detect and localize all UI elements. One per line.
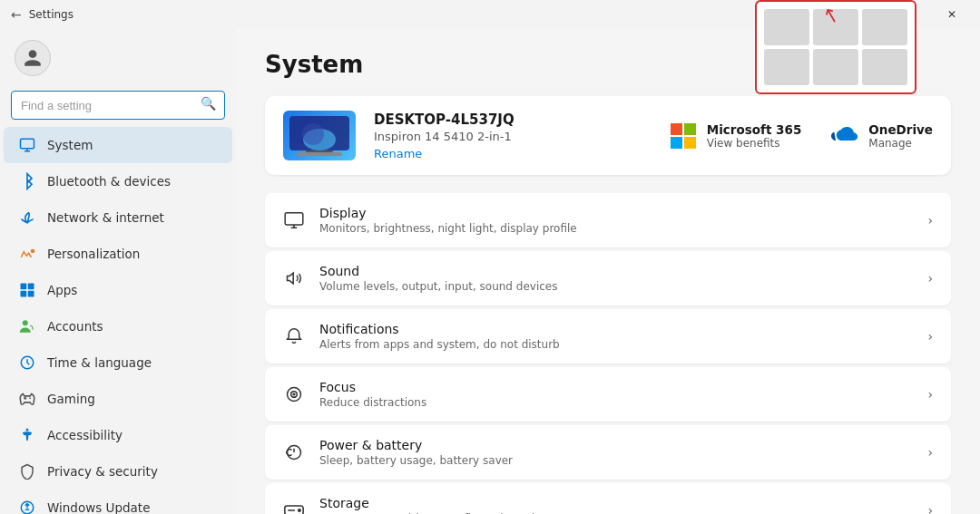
device-model: Inspiron 14 5410 2-in-1: [374, 130, 651, 143]
update-icon: [18, 499, 36, 514]
svg-point-25: [299, 509, 301, 512]
settings-item-focus[interactable]: Focus Reduce distractions ›: [265, 367, 951, 422]
sidebar-item-time[interactable]: Time & language: [4, 344, 232, 381]
settings-item-notifications[interactable]: Notifications Alerts from apps and syste…: [265, 309, 951, 364]
service-microsoft365-name: Microsoft 365: [707, 122, 802, 137]
storage-chevron: ›: [927, 503, 933, 514]
svg-rect-4: [21, 291, 27, 297]
svg-rect-0: [21, 139, 34, 149]
sidebar-item-update[interactable]: Windows Update: [4, 490, 232, 514]
sidebar-item-system-label: System: [47, 138, 93, 152]
sidebar-item-network-label: Network & internet: [47, 210, 164, 225]
notifications-icon: [283, 325, 305, 347]
sound-text: Sound Volume levels, output, input, soun…: [319, 264, 913, 293]
accounts-icon: [18, 317, 36, 335]
snap-cell-5[interactable]: [813, 49, 858, 85]
svg-rect-18: [684, 137, 696, 149]
svg-point-8: [26, 429, 29, 432]
device-services: Microsoft 365 View benefits OneDrive: [669, 121, 933, 150]
microsoft365-icon: [669, 121, 698, 150]
apps-icon: [18, 281, 36, 299]
snap-cell-3[interactable]: [862, 9, 907, 45]
sidebar: 🔍 System Bluetooth & devices: [0, 29, 236, 514]
sidebar-item-bluetooth-label: Bluetooth & devices: [47, 174, 171, 189]
sidebar-item-accessibility[interactable]: Accessibility: [4, 417, 232, 453]
service-onedrive-info: OneDrive Manage: [868, 122, 933, 150]
sidebar-item-accessibility-label: Accessibility: [47, 428, 122, 442]
display-chevron: ›: [927, 213, 933, 228]
device-thumbnail: [283, 111, 356, 160]
sidebar-item-gaming-label: Gaming: [47, 392, 95, 406]
focus-icon: [283, 383, 305, 405]
sidebar-header: [0, 33, 236, 91]
main-panel: System DESKTOP-4L537JQ Inspiron 14 5410 …: [236, 29, 980, 514]
settings-item-storage[interactable]: Storage Storage space, drives, configura…: [265, 483, 951, 514]
focus-chevron: ›: [927, 387, 933, 402]
svg-rect-5: [28, 291, 34, 297]
avatar[interactable]: [15, 40, 51, 76]
app-container: 🔍 System Bluetooth & devices: [0, 29, 980, 514]
service-onedrive-sub: Manage: [868, 137, 933, 150]
sound-desc: Volume levels, output, input, sound devi…: [319, 280, 913, 293]
service-microsoft365[interactable]: Microsoft 365 View benefits: [669, 121, 802, 150]
sidebar-item-gaming[interactable]: Gaming: [4, 381, 232, 417]
sidebar-item-apps[interactable]: Apps: [4, 272, 232, 308]
search-input[interactable]: [11, 91, 225, 120]
sidebar-item-update-label: Windows Update: [47, 500, 150, 514]
svg-rect-15: [671, 123, 682, 135]
notifications-chevron: ›: [927, 329, 933, 344]
sidebar-item-apps-label: Apps: [47, 283, 77, 297]
privacy-icon: [18, 462, 36, 480]
power-chevron: ›: [927, 445, 933, 460]
power-text: Power & battery Sleep, battery usage, ba…: [319, 438, 913, 467]
svg-rect-3: [28, 284, 34, 290]
sidebar-item-privacy[interactable]: Privacy & security: [4, 453, 232, 490]
svg-point-1: [32, 250, 34, 253]
snap-cell-4[interactable]: [764, 49, 809, 85]
close-button[interactable]: ✕: [931, 0, 973, 29]
notifications-title: Notifications: [319, 322, 913, 336]
gaming-icon: [18, 390, 36, 408]
settings-item-sound[interactable]: Sound Volume levels, output, input, soun…: [265, 251, 951, 305]
bluetooth-icon: [18, 172, 36, 190]
notifications-desc: Alerts from apps and system, do not dist…: [319, 338, 913, 351]
service-onedrive[interactable]: OneDrive Manage: [830, 121, 933, 150]
sidebar-item-personalization[interactable]: Personalization: [4, 236, 232, 272]
svg-rect-2: [21, 284, 27, 290]
power-desc: Sleep, battery usage, battery saver: [319, 454, 913, 467]
display-text: Display Monitors, brightness, night ligh…: [319, 206, 913, 235]
search-icon: 🔍: [201, 96, 216, 111]
sound-title: Sound: [319, 264, 913, 278]
svg-rect-13: [306, 150, 333, 152]
settings-list: Display Monitors, brightness, night ligh…: [265, 193, 951, 514]
focus-title: Focus: [319, 380, 913, 394]
sidebar-item-network[interactable]: Network & internet: [4, 199, 232, 236]
device-card: DESKTOP-4L537JQ Inspiron 14 5410 2-in-1 …: [265, 96, 951, 175]
settings-item-display[interactable]: Display Monitors, brightness, night ligh…: [265, 193, 951, 247]
sidebar-item-accounts-label: Accounts: [47, 319, 103, 334]
svg-rect-16: [684, 123, 696, 135]
sidebar-item-accounts[interactable]: Accounts: [4, 308, 232, 344]
svg-rect-19: [285, 213, 303, 225]
focus-desc: Reduce distractions: [319, 396, 913, 409]
personalization-icon: [18, 245, 36, 263]
sidebar-item-system[interactable]: System: [4, 127, 232, 163]
snap-cell-1[interactable]: [764, 9, 809, 45]
service-microsoft365-sub: View benefits: [707, 137, 802, 150]
device-name: DESKTOP-4L537JQ: [374, 112, 651, 128]
notifications-text: Notifications Alerts from apps and syste…: [319, 322, 913, 351]
storage-title: Storage: [319, 496, 913, 510]
back-icon[interactable]: ←: [11, 7, 22, 22]
svg-point-22: [293, 393, 295, 395]
device-info: DESKTOP-4L537JQ Inspiron 14 5410 2-in-1 …: [374, 112, 651, 160]
sidebar-item-bluetooth[interactable]: Bluetooth & devices: [4, 163, 232, 199]
settings-item-power[interactable]: Power & battery Sleep, battery usage, ba…: [265, 425, 951, 480]
svg-rect-14: [297, 152, 342, 156]
svg-point-6: [23, 320, 28, 325]
search-box: 🔍: [0, 91, 236, 127]
system-icon: [18, 136, 36, 154]
sound-icon: [283, 267, 305, 289]
service-microsoft365-info: Microsoft 365 View benefits: [707, 122, 802, 150]
rename-link[interactable]: Rename: [374, 147, 651, 160]
snap-cell-6[interactable]: [862, 49, 907, 85]
